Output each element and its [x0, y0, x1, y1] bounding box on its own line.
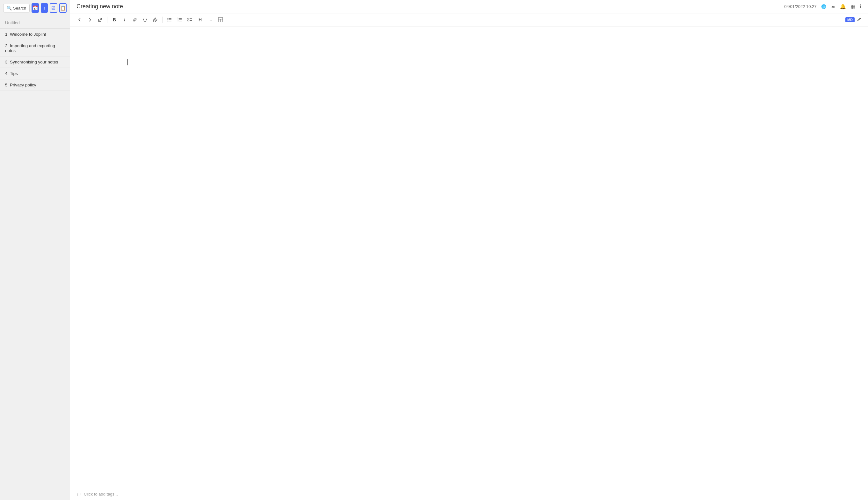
note-item-label: 5. Privacy policy	[5, 82, 36, 87]
numbered-list-button[interactable]: 1. 2. 3.	[175, 15, 184, 24]
sort-icon: ↑	[43, 5, 46, 11]
edit-view-toggle[interactable]	[856, 16, 863, 24]
md-badge: MD	[845, 17, 855, 22]
svg-point-3	[168, 20, 168, 20]
toolbar-separator-2	[162, 16, 163, 23]
calendar-icon: 📅	[33, 5, 38, 11]
bold-icon: B	[113, 17, 116, 22]
new-note-icon: 📋	[60, 5, 66, 11]
svg-point-5	[168, 21, 168, 22]
sidebar: 🔍 Search 📅 ↑ ☑ 📋 Untitled 1. Welcome to …	[0, 0, 70, 500]
notes-list: Untitled 1. Welcome to Joplin! 2. Import…	[0, 16, 70, 500]
svg-point-1	[168, 18, 168, 19]
svg-text:3.: 3.	[177, 20, 179, 22]
code-block-icon: {}	[143, 18, 147, 22]
italic-button[interactable]: I	[120, 15, 129, 24]
note-item-untitled[interactable]: Untitled	[0, 17, 70, 29]
header-right: 04/01/2022 10:27 🌐 en 🔔 ▦ ℹ	[784, 3, 861, 10]
note-item-label: 3. Synchronising your notes	[5, 60, 58, 65]
toolbar-separator-1	[107, 16, 107, 23]
main-panel: Creating new note... 04/01/2022 10:27 🌐 …	[70, 0, 868, 500]
editor-area[interactable]	[70, 26, 868, 488]
calendar-icon-button[interactable]: 📅	[32, 3, 38, 13]
search-button[interactable]: 🔍 Search	[3, 4, 30, 12]
datetime-display: 04/01/2022 10:27	[784, 4, 817, 9]
forward-button[interactable]	[85, 15, 94, 24]
tags-placeholder: Click to add tags...	[84, 492, 118, 497]
text-cursor	[128, 59, 128, 65]
note-item-4[interactable]: 4. Tips	[0, 68, 70, 79]
link-button[interactable]	[130, 15, 139, 24]
more-options-button[interactable]: ···	[206, 15, 215, 24]
note-item-label: 1. Welcome to Joplin!	[5, 32, 46, 37]
tag-icon: 🏷	[77, 491, 81, 497]
heading-button[interactable]: H	[196, 15, 204, 24]
note-item-1[interactable]: 1. Welcome to Joplin!	[0, 29, 70, 40]
bold-button[interactable]: B	[110, 15, 119, 24]
search-icon: 🔍	[7, 6, 12, 11]
editor-toolbar: B I {}	[70, 13, 868, 26]
note-title: Creating new note...	[77, 3, 128, 10]
italic-icon: I	[124, 17, 125, 22]
search-label: Search	[13, 6, 26, 11]
note-item-3[interactable]: 3. Synchronising your notes	[0, 56, 70, 68]
more-options-icon: ···	[208, 17, 212, 22]
cursor-position	[128, 58, 855, 66]
sort-icon-button[interactable]: ↑	[41, 3, 48, 13]
info-icon[interactable]: ℹ	[860, 3, 861, 10]
svg-rect-15	[188, 20, 189, 21]
svg-line-0	[99, 18, 102, 20]
new-note-button[interactable]: 📋	[59, 3, 67, 13]
note-item-label: 4. Tips	[5, 71, 18, 76]
note-item-label: Untitled	[5, 20, 20, 25]
heading-icon: H	[199, 17, 202, 22]
checkbox-icon: ☑	[51, 5, 56, 11]
bullet-list-button[interactable]	[165, 15, 174, 24]
note-item-5[interactable]: 5. Privacy policy	[0, 79, 70, 91]
tags-bar[interactable]: 🏷 Click to add tags...	[70, 488, 868, 500]
svg-line-20	[860, 18, 861, 19]
language-label: en	[831, 4, 835, 9]
insert-table-button[interactable]	[216, 15, 225, 24]
layout-icon[interactable]: ▦	[851, 3, 855, 10]
note-item-2[interactable]: 2. Importing and exporting notes	[0, 40, 70, 56]
note-item-label: 2. Importing and exporting notes	[5, 43, 55, 53]
top-header: Creating new note... 04/01/2022 10:27 🌐 …	[70, 0, 868, 13]
globe-icon: 🌐	[821, 4, 826, 9]
checkbox-icon-button[interactable]: ☑	[50, 3, 57, 13]
back-button[interactable]	[75, 15, 84, 24]
bell-icon[interactable]: 🔔	[840, 3, 846, 10]
attachment-button[interactable]	[151, 15, 160, 24]
sidebar-toolbar: 🔍 Search 📅 ↑ ☑ 📋	[0, 0, 70, 16]
checkbox-list-button[interactable]	[186, 15, 195, 24]
external-link-button[interactable]	[96, 15, 105, 24]
code-block-button[interactable]: {}	[141, 15, 150, 24]
